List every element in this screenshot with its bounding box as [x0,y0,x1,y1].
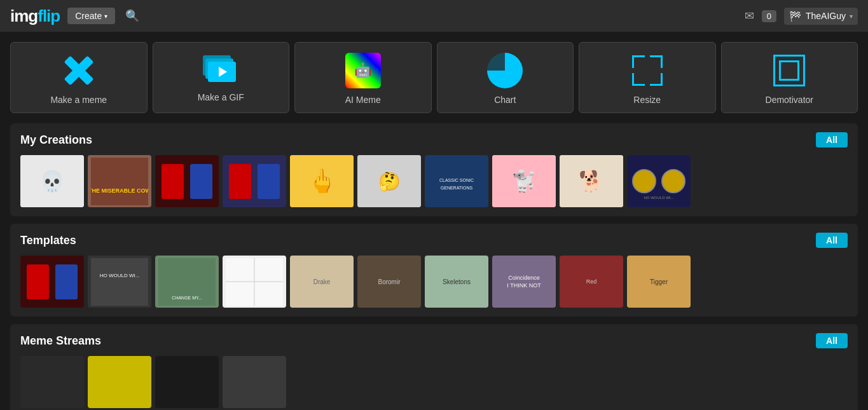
flag-icon: 🏁 [789,10,802,22]
my-creations-thumbs: 💀 THE MISERABLE COW [20,155,848,207]
my-creations-section: My Creations All 💀 THE MISERABLE COW [10,123,858,216]
ai-meme-icon: 🤖 [345,53,381,88]
svg-text:GENERATIONS: GENERATIONS [441,186,473,190]
ai-meme-card[interactable]: 🤖 AI Meme [294,42,432,113]
meme-streams-section: Meme Streams All [10,324,858,410]
chart-label: Chart [494,95,516,105]
list-item[interactable]: 💀 [20,155,84,207]
gif-icon [203,55,238,86]
list-item[interactable] [223,155,286,207]
mail-icon[interactable]: ✉ [745,9,754,23]
chart-icon [487,53,523,88]
list-item[interactable]: CHANGE MY... [155,256,219,308]
list-item[interactable]: THE MISERABLE COW [88,155,151,207]
search-icon: 🔍 [125,10,139,22]
logo-text: imgflip [10,6,60,26]
user-menu[interactable]: 🏁 TheAIGuy ▾ [784,8,858,25]
make-gif-label: Make a GIF [198,92,244,102]
meme-streams-thumbs [20,356,848,408]
list-item[interactable]: HO WOULD WI... [627,155,691,207]
list-item[interactable]: Red [560,256,623,308]
svg-rect-17 [55,264,78,299]
resize-label: Resize [633,95,661,105]
logo: imgflip [10,6,60,26]
list-item[interactable]: CLASSIC SONIC GENERATIONS [425,155,488,207]
list-item[interactable]: HO WOULD WI... [88,256,151,308]
make-meme-card[interactable]: Make a meme [10,42,148,113]
create-label: Create [75,11,102,21]
list-item[interactable] [223,356,286,408]
header: imgflip Create 🔍 ✉ 0 🏁 TheAIGuy ▾ [0,0,868,32]
chart-card[interactable]: Chart [437,42,574,113]
svg-rect-0 [91,158,148,205]
templates-thumbs: HO WOULD WI... CHANGE MY... [20,256,848,308]
meme-streams-all-button[interactable]: All [816,333,848,348]
my-creations-title: My Creations [20,133,92,147]
list-item[interactable]: Boromir [357,256,421,308]
list-item[interactable] [155,155,219,207]
svg-point-12 [633,170,656,193]
username: TheAIGuy [806,11,846,21]
list-item[interactable]: 🖕 [290,155,354,207]
list-item[interactable]: Skeletons [425,256,488,308]
svg-text:HO WOULD WI...: HO WOULD WI... [100,273,140,278]
list-item[interactable] [20,356,84,408]
svg-text:CHANGE MY...: CHANGE MY... [172,296,202,300]
svg-rect-16 [27,264,49,299]
svg-rect-18 [91,258,148,306]
svg-text:THE MISERABLE COW: THE MISERABLE COW [91,188,148,194]
svg-rect-4 [190,164,212,199]
make-gif-card[interactable]: Make a GIF [153,42,290,113]
svg-text:HO WOULD WI...: HO WOULD WI... [644,196,674,200]
demotivator-card[interactable]: Demotivator [721,42,858,113]
my-creations-header: My Creations All [20,132,848,147]
list-item[interactable] [223,256,286,308]
my-creations-all-button[interactable]: All [816,132,848,147]
tools-row: Make a meme Make a GIF 🤖 AI Meme [10,42,858,113]
list-item[interactable]: 🐩 [492,155,556,207]
list-item[interactable]: 🐕 [560,155,623,207]
templates-title: Templates [20,234,76,247]
svg-text:CLASSIC SONIC: CLASSIC SONIC [439,178,474,182]
list-item[interactable]: Tigger [627,256,691,308]
list-item[interactable]: Coincidence I THINK NOT [492,256,556,308]
main-content: Make a meme Make a GIF 🤖 AI Meme [0,32,868,410]
demotivator-icon [771,53,807,88]
notification-badge[interactable]: 0 [762,10,776,22]
demotivator-label: Demotivator [766,95,813,105]
make-meme-label: Make a meme [50,95,107,105]
svg-rect-6 [229,164,251,199]
list-item[interactable]: 🤔 [357,155,421,207]
svg-rect-7 [258,164,280,199]
chevron-down-icon: ▾ [850,13,853,20]
list-item[interactable] [155,356,219,408]
templates-section: Templates All HO WOULD WI... [10,224,858,317]
svg-point-13 [662,170,685,193]
resize-card[interactable]: Resize [579,42,716,113]
search-button[interactable]: 🔍 [125,9,139,23]
meme-streams-title: Meme Streams [20,334,101,348]
list-item[interactable]: Drake [290,256,354,308]
header-right: ✉ 0 🏁 TheAIGuy ▾ [745,8,858,25]
ai-meme-label: AI Meme [345,95,381,105]
create-button[interactable]: Create [67,8,115,24]
meme-streams-header: Meme Streams All [20,333,848,348]
templates-all-button[interactable]: All [816,233,848,248]
svg-rect-3 [162,164,184,199]
templates-header: Templates All [20,233,848,248]
list-item[interactable] [88,356,151,408]
resize-icon [630,53,665,88]
list-item[interactable] [20,256,84,308]
meme-icon [61,53,97,88]
